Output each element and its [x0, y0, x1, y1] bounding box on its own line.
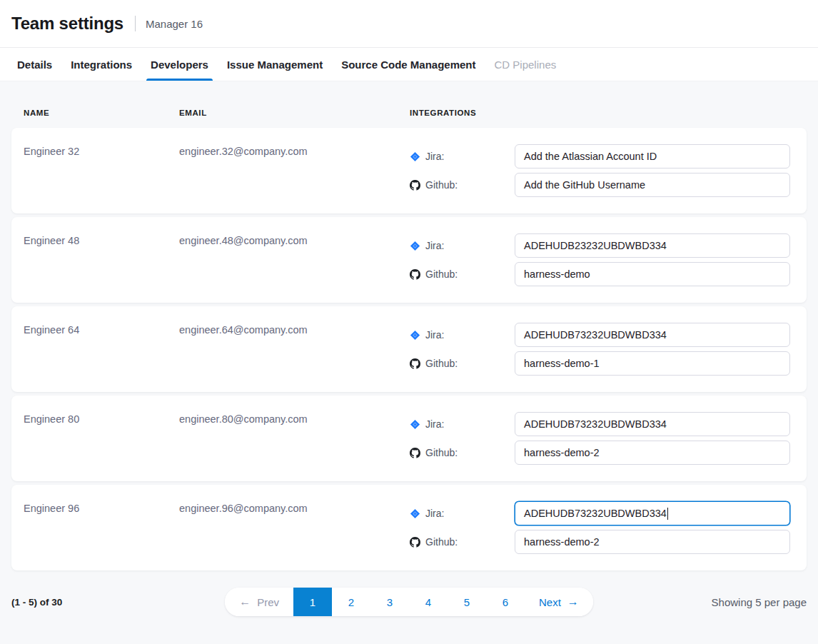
github-line: Github: harness-demo-2 [410, 530, 795, 554]
developer-name: Engineer 64 [24, 323, 179, 376]
jira-input[interactable]: ADEHUDB73232UBDWBD334 [515, 501, 790, 525]
tab-cd-pipelines[interactable]: CD Pipelines [495, 48, 557, 81]
developer-rows: Engineer 32 engineer.32@company.com Jira… [11, 128, 807, 570]
tab-developers[interactable]: Developers [151, 48, 208, 81]
table-column-headers: NAME EMAIL INTEGRATIONS [11, 81, 807, 128]
developer-email: engineer.80@company.com [179, 413, 410, 466]
developer-email: engineer.48@company.com [179, 234, 410, 287]
github-input[interactable]: harness-demo-2 [515, 530, 790, 554]
github-icon [410, 358, 420, 369]
jira-icon [410, 241, 420, 251]
left-arrow-icon: ← [239, 596, 251, 608]
tab-issue-management[interactable]: Issue Management [227, 48, 323, 81]
developer-name: Engineer 96 [24, 502, 179, 555]
column-header-integrations: INTEGRATIONS [410, 109, 795, 117]
github-input[interactable]: Add the GitHub Username [515, 173, 790, 197]
title-separator [135, 16, 136, 31]
jira-label: Jira: [410, 240, 515, 251]
jira-line: Jira: ADEHUDB23232UBDWBD334 [410, 233, 795, 258]
page-button-1[interactable]: 1 [293, 588, 332, 616]
github-icon [410, 180, 420, 191]
integrations-cell: Jira: ADEHUDB73232UBDWBD334 Github: harn… [410, 501, 795, 555]
page-button-5[interactable]: 5 [448, 588, 486, 616]
developer-name: Engineer 48 [24, 234, 179, 287]
jira-input[interactable]: ADEHUDB73232UBDWBD334 [515, 323, 790, 347]
page-button-4[interactable]: 4 [409, 588, 448, 616]
pagination-bar: (1 - 5) of 30 ← Prev 1 2 3 4 5 6 Next → … [11, 588, 807, 616]
result-range: (1 - 5) of 30 [11, 597, 225, 608]
table-row: Engineer 96 engineer.96@company.com Jira… [11, 485, 807, 570]
github-icon [410, 448, 420, 458]
github-input[interactable]: harness-demo [515, 262, 790, 286]
jira-input[interactable]: Add the Atlassian Account ID [515, 144, 790, 168]
jira-icon [410, 151, 420, 162]
github-line: Github: Add the GitHub Username [410, 173, 795, 197]
github-line: Github: harness-demo-2 [410, 441, 795, 465]
github-icon [410, 269, 420, 280]
github-label: Github: [410, 268, 515, 280]
github-icon [410, 537, 420, 548]
jira-label: Jira: [410, 329, 515, 341]
tab-bar: Details Integrations Developers Issue Ma… [0, 48, 818, 81]
page-title: Team settings [11, 14, 123, 34]
right-arrow-icon: → [567, 596, 579, 608]
developers-panel: NAME EMAIL INTEGRATIONS Engineer 32 engi… [0, 81, 818, 644]
pager: ← Prev 1 2 3 4 5 6 Next → [225, 588, 593, 616]
github-label: Github: [410, 536, 515, 548]
table-row: Engineer 64 engineer.64@company.com Jira… [11, 306, 807, 392]
active-tab-underline [146, 79, 213, 81]
developer-email: engineer.64@company.com [179, 323, 410, 376]
github-label: Github: [410, 447, 515, 458]
tab-source-code-management[interactable]: Source Code Management [341, 48, 475, 81]
column-header-email: EMAIL [179, 109, 410, 117]
jira-input[interactable]: ADEHUDB73232UBDWBD334 [515, 412, 790, 436]
jira-line: Jira: Add the Atlassian Account ID [410, 144, 795, 168]
page-button-2[interactable]: 2 [332, 588, 370, 616]
jira-line: Jira: ADEHUDB73232UBDWBD334 [410, 323, 795, 347]
integrations-cell: Jira: ADEHUDB73232UBDWBD334 Github: harn… [410, 412, 795, 466]
table-row: Engineer 32 engineer.32@company.com Jira… [11, 128, 807, 213]
page-header: Team settings Manager 16 [0, 0, 818, 48]
github-label: Github: [410, 179, 515, 191]
integrations-cell: Jira: Add the Atlassian Account ID Githu… [410, 144, 795, 198]
tab-details[interactable]: Details [17, 48, 52, 81]
page-button-3[interactable]: 3 [370, 588, 409, 616]
integrations-cell: Jira: ADEHUDB73232UBDWBD334 Github: harn… [410, 323, 795, 376]
developer-email: engineer.96@company.com [179, 502, 410, 555]
per-page-info: Showing 5 per page [593, 596, 807, 608]
developer-name: Engineer 32 [24, 145, 179, 198]
jira-icon [410, 419, 420, 430]
github-line: Github: harness-demo-1 [410, 351, 795, 376]
table-row: Engineer 80 engineer.80@company.com Jira… [11, 396, 807, 481]
next-page-button[interactable]: Next → [525, 588, 593, 616]
page-button-6[interactable]: 6 [486, 588, 525, 616]
jira-label: Jira: [410, 508, 515, 519]
jira-label: Jira: [410, 418, 515, 430]
developer-name: Engineer 80 [24, 413, 179, 466]
page-subtitle: Manager 16 [146, 18, 203, 30]
jira-icon [410, 330, 420, 341]
developer-email: engineer.32@company.com [179, 145, 410, 198]
table-row: Engineer 48 engineer.48@company.com Jira… [11, 217, 807, 303]
jira-label: Jira: [410, 151, 515, 162]
github-line: Github: harness-demo [410, 262, 795, 286]
text-cursor [667, 508, 669, 520]
jira-icon [410, 508, 420, 519]
github-label: Github: [410, 358, 515, 369]
github-input[interactable]: harness-demo-1 [515, 351, 790, 376]
jira-input[interactable]: ADEHUDB23232UBDWBD334 [515, 233, 790, 258]
prev-page-button[interactable]: ← Prev [225, 588, 293, 616]
tab-integrations[interactable]: Integrations [71, 48, 132, 81]
github-input[interactable]: harness-demo-2 [515, 441, 790, 465]
jira-line: Jira: ADEHUDB73232UBDWBD334 [410, 412, 795, 436]
column-header-name: NAME [24, 109, 179, 117]
integrations-cell: Jira: ADEHUDB23232UBDWBD334 Github: harn… [410, 233, 795, 287]
jira-line: Jira: ADEHUDB73232UBDWBD334 [410, 501, 795, 525]
